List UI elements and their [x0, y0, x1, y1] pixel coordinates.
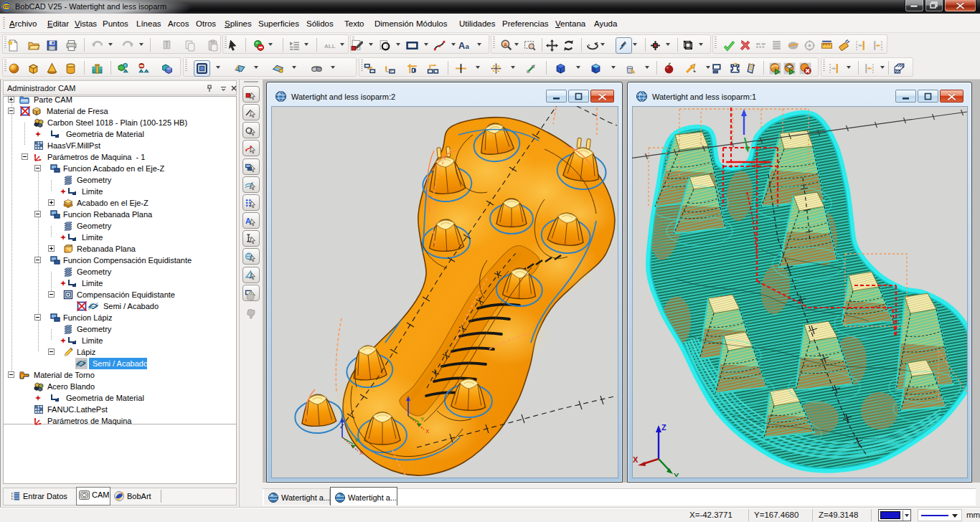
svg-text:ALL: ALL: [324, 43, 336, 49]
svg-text:A: A: [458, 40, 465, 51]
svg-text:X: X: [425, 428, 430, 435]
svg-text:Y: Y: [674, 472, 679, 477]
svg-text:a: a: [465, 42, 469, 50]
svg-text:Z: Z: [661, 423, 666, 432]
svg-text:A: A: [503, 42, 507, 48]
svg-text:Y: Y: [354, 437, 359, 444]
svg-text:X: X: [633, 455, 639, 464]
svg-text:X: X: [359, 450, 364, 456]
svg-text:V25: V25: [4, 5, 10, 9]
svg-text:Y: Y: [420, 416, 425, 422]
